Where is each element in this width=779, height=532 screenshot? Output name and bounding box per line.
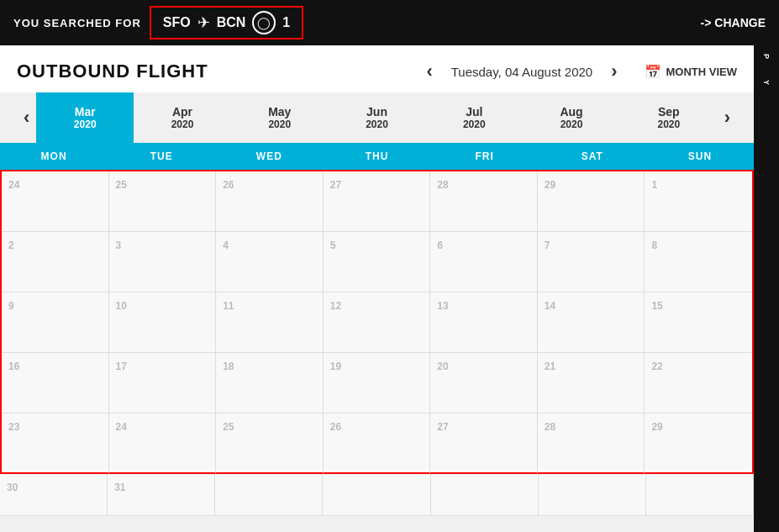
destination-code: BCN <box>217 15 246 30</box>
calendar-cell[interactable]: 28 <box>538 413 645 474</box>
calendar-cell[interactable]: 16 <box>2 353 109 413</box>
month-item-mar[interactable]: Mar2020 <box>36 92 134 143</box>
calendar-cell[interactable]: 30 <box>0 474 108 516</box>
calendar-cell[interactable]: 1 <box>645 171 752 232</box>
month-item-jul[interactable]: Jul2020 <box>425 92 523 143</box>
calendar-cell[interactable]: 24 <box>109 413 217 474</box>
prev-date-arrow[interactable]: ‹ <box>421 61 437 82</box>
calendar-cell[interactable]: 31 <box>108 474 215 516</box>
calendar-cell[interactable]: 29 <box>538 171 645 232</box>
next-month-arrow[interactable]: › <box>718 107 737 129</box>
current-date: Tuesday, 04 August 2020 <box>451 65 592 79</box>
calendar-cell[interactable]: 18 <box>216 353 324 413</box>
calendar-cell[interactable]: 3 <box>109 232 217 292</box>
day-header-fri: FRI <box>431 143 539 170</box>
calendar-cell[interactable]: 24 <box>2 171 109 232</box>
day-headers: MONTUEWEDTHUFRISATSUN <box>0 143 754 170</box>
calendar-cell[interactable]: 23 <box>2 413 109 474</box>
calendar-cell[interactable]: 27 <box>430 413 538 474</box>
plane-icon: ✈ <box>197 13 210 32</box>
month-item-sep[interactable]: Sep2020 <box>620 92 718 143</box>
calendar-cell[interactable]: 6 <box>430 232 538 292</box>
calendar-cell[interactable]: 20 <box>430 353 538 413</box>
day-header-tue: TUE <box>108 143 215 170</box>
calendar-cell[interactable]: 2 <box>2 232 109 292</box>
day-header-mon: MON <box>0 143 108 170</box>
outbound-title: OUTBOUND FLIGHT <box>17 61 208 82</box>
day-header-sun: SUN <box>646 143 754 170</box>
month-item-jun[interactable]: Jun2020 <box>329 92 426 143</box>
partial-row: 3031 <box>0 474 754 516</box>
calendar-cell[interactable]: 13 <box>430 292 538 353</box>
calendar-cell[interactable]: 25 <box>216 413 324 474</box>
calendar-grid: 2425262728291234567891011121314151617181… <box>0 170 754 474</box>
calendar-cell[interactable]: 11 <box>216 292 324 353</box>
calendar-cell[interactable]: 17 <box>109 353 217 413</box>
panel-label-p: P <box>762 54 771 60</box>
calendar-cell[interactable]: 14 <box>538 292 645 353</box>
calendar-cell[interactable]: 26 <box>324 413 431 474</box>
pax-count: 1 <box>282 15 290 30</box>
calendar-cell[interactable]: 28 <box>430 171 538 232</box>
calendar-cell[interactable]: 27 <box>324 171 431 232</box>
person-icon: ◯ <box>252 11 276 34</box>
month-item-may[interactable]: May2020 <box>231 92 329 143</box>
right-panel: P Y <box>754 45 779 532</box>
calendar-cell[interactable]: 19 <box>324 353 431 413</box>
panel-label-y: Y <box>762 80 771 86</box>
month-list: Mar2020Apr2020May2020Jun2020Jul2020Aug20… <box>36 92 717 143</box>
search-header: YOU SEARCHED FOR SFO ✈ BCN ◯ 1 -> CHANGE <box>0 0 779 45</box>
next-date-arrow[interactable]: › <box>606 61 622 82</box>
change-button[interactable]: -> CHANGE <box>701 16 766 29</box>
calendar-cell[interactable]: 8 <box>645 232 752 292</box>
origin-code: SFO <box>163 15 191 30</box>
calendar-cell[interactable]: 15 <box>645 292 752 353</box>
month-item-apr[interactable]: Apr2020 <box>134 92 231 143</box>
calendar-cell <box>539 474 646 516</box>
calendar-cell[interactable]: 9 <box>2 292 109 353</box>
outbound-header: OUTBOUND FLIGHT ‹ Tuesday, 04 August 202… <box>0 45 754 92</box>
calendar-cell <box>646 474 754 516</box>
month-item-aug[interactable]: Aug2020 <box>523 92 620 143</box>
search-label: YOU SEARCHED FOR <box>13 17 141 29</box>
main-content: OUTBOUND FLIGHT ‹ Tuesday, 04 August 202… <box>0 45 754 516</box>
calendar-cell[interactable]: 25 <box>109 171 217 232</box>
day-header-sat: SAT <box>539 143 646 170</box>
day-header-thu: THU <box>323 143 430 170</box>
calendar-cell <box>431 474 539 516</box>
calendar-cell[interactable]: 22 <box>645 353 752 413</box>
month-view-label: MONTH VIEW <box>666 66 738 78</box>
calendar-cell[interactable]: 7 <box>538 232 645 292</box>
prev-month-arrow[interactable]: ‹ <box>17 107 36 129</box>
search-params-box: SFO ✈ BCN ◯ 1 <box>150 6 303 40</box>
calendar-cell[interactable]: 10 <box>109 292 217 353</box>
calendar-cell <box>323 474 430 516</box>
day-header-wed: WED <box>215 143 323 170</box>
calendar-cell[interactable]: 12 <box>324 292 431 353</box>
calendar-cell[interactable]: 26 <box>216 171 324 232</box>
calendar-cell[interactable]: 21 <box>538 353 645 413</box>
calendar-cell[interactable]: 5 <box>324 232 431 292</box>
calendar-cell[interactable]: 4 <box>216 232 324 292</box>
calendar-icon: 📅 <box>645 64 661 80</box>
calendar-cell[interactable]: 29 <box>645 413 752 474</box>
calendar-cell <box>215 474 323 516</box>
month-view-button[interactable]: 📅 MONTH VIEW <box>645 64 738 80</box>
month-selector: ‹ Mar2020Apr2020May2020Jun2020Jul2020Aug… <box>0 92 754 143</box>
